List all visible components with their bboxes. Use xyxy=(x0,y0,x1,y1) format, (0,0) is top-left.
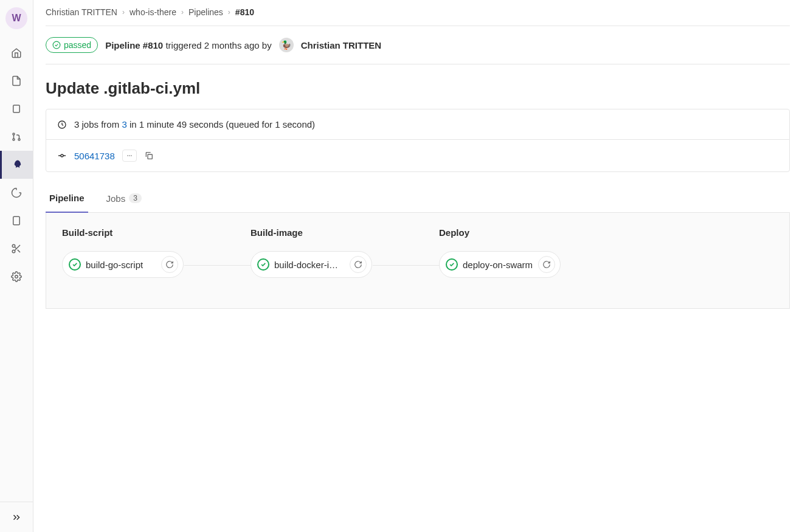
pipeline-header: passed Pipeline #810 triggered 2 months … xyxy=(46,26,790,64)
retry-button[interactable] xyxy=(161,256,178,273)
file-icon xyxy=(11,75,22,86)
commit-icon xyxy=(57,151,67,161)
chevron-right-icon: › xyxy=(228,8,230,16)
pipeline-stage: Deploy deploy-on-swarm xyxy=(439,227,561,278)
svg-rect-0 xyxy=(13,105,20,112)
stage-name: Build-image xyxy=(251,227,372,238)
tab-label: Pipeline xyxy=(49,193,85,203)
main-content: Christian TRITTEN › who-is-there › Pipel… xyxy=(33,0,802,532)
jobs-suffix: in 1 minute 49 seconds (queued for 1 sec… xyxy=(127,119,315,130)
nav-issues[interactable] xyxy=(0,95,33,123)
pipeline-info-card: 3 jobs from 3 in 1 minute 49 seconds (qu… xyxy=(46,109,790,172)
svg-point-10 xyxy=(61,154,63,157)
svg-rect-4 xyxy=(13,216,20,225)
tab-label: Jobs xyxy=(106,193,126,204)
nav-home[interactable] xyxy=(0,39,33,67)
job-label: build-go-script xyxy=(86,260,156,270)
check-circle-icon xyxy=(446,258,458,271)
tab-count-badge: 3 xyxy=(129,193,142,203)
nav-settings[interactable] xyxy=(0,263,33,291)
status-badge[interactable]: passed xyxy=(46,37,98,53)
breadcrumb-current: #810 xyxy=(235,7,254,17)
breadcrumb-item[interactable]: Christian TRITTEN xyxy=(46,7,117,17)
tabs: Pipeline Jobs 3 xyxy=(46,184,790,213)
retry-button[interactable] xyxy=(350,256,367,273)
merge-request-icon xyxy=(11,131,22,142)
chevron-right-icon: › xyxy=(122,8,125,16)
nav-operations[interactable] xyxy=(0,179,33,207)
clock-icon xyxy=(57,120,67,130)
pipeline-graph: Build-script build-go-script Build-image… xyxy=(46,213,790,309)
pipeline-trigger-info: Pipeline #810 triggered 2 months ago by xyxy=(105,40,272,50)
sidebar-collapse[interactable] xyxy=(0,502,33,532)
stage-connector xyxy=(373,265,440,266)
page-title: Update .gitlab-ci.yml xyxy=(46,64,790,109)
stage-name: Deploy xyxy=(439,227,561,238)
copy-sha-button[interactable] xyxy=(144,151,154,161)
stage-name: Build-script xyxy=(62,227,184,238)
job-pill[interactable]: deploy-on-swarm xyxy=(439,251,561,278)
jobs-info-row: 3 jobs from 3 in 1 minute 49 seconds (qu… xyxy=(46,109,789,139)
status-label: passed xyxy=(64,40,91,50)
trigger-text: triggered 2 months ago by xyxy=(163,40,271,50)
jobs-prefix: 3 jobs from xyxy=(74,119,122,130)
tab-pipeline[interactable]: Pipeline xyxy=(46,184,88,213)
breadcrumb: Christian TRITTEN › who-is-there › Pipel… xyxy=(46,7,790,26)
job-label: deploy-on-swarm xyxy=(463,260,533,270)
check-circle-icon xyxy=(257,258,269,271)
pipeline-id: Pipeline #810 xyxy=(105,40,163,50)
jobs-count-link[interactable]: 3 xyxy=(122,119,126,130)
svg-point-8 xyxy=(53,41,60,49)
pipeline-stage: Build-script build-go-script xyxy=(62,227,184,278)
svg-point-13 xyxy=(131,155,132,156)
stage-connector xyxy=(184,265,251,266)
check-circle-icon xyxy=(69,258,81,271)
nav-wiki[interactable] xyxy=(0,207,33,235)
svg-point-7 xyxy=(15,275,18,278)
retry-icon xyxy=(165,260,174,269)
commit-info-row: 50641738 xyxy=(46,139,789,171)
issues-icon xyxy=(11,103,22,114)
breadcrumb-item[interactable]: who-is-there xyxy=(130,7,176,17)
sidebar: W xyxy=(0,0,33,532)
commit-more-button[interactable] xyxy=(122,150,137,162)
operations-icon xyxy=(11,187,22,198)
tab-jobs[interactable]: Jobs 3 xyxy=(103,184,145,212)
svg-point-12 xyxy=(129,155,130,156)
svg-point-2 xyxy=(13,139,15,140)
svg-point-3 xyxy=(18,139,20,140)
svg-point-6 xyxy=(12,250,15,253)
scissors-icon xyxy=(11,243,22,254)
author-avatar[interactable]: 🦆 xyxy=(279,38,294,52)
book-icon xyxy=(11,215,22,226)
copy-icon xyxy=(144,151,154,161)
rocket-icon xyxy=(12,159,23,170)
svg-rect-14 xyxy=(148,154,152,159)
breadcrumb-item[interactable]: Pipelines xyxy=(188,7,223,17)
ellipsis-icon xyxy=(125,153,134,159)
job-label: build-docker-i… xyxy=(274,260,345,270)
job-pill[interactable]: build-docker-i… xyxy=(251,251,372,278)
retry-button[interactable] xyxy=(538,256,555,273)
home-icon xyxy=(11,47,22,58)
svg-point-1 xyxy=(13,133,15,135)
nav-merge-requests[interactable] xyxy=(0,123,33,151)
retry-icon xyxy=(542,260,551,269)
retry-icon xyxy=(354,260,362,269)
chevrons-right-icon xyxy=(11,512,22,523)
author-name[interactable]: Christian TRITTEN xyxy=(301,40,382,50)
commit-sha-link[interactable]: 50641738 xyxy=(74,151,115,161)
pipeline-stage: Build-image build-docker-i… xyxy=(251,227,372,278)
nav-repository[interactable] xyxy=(0,67,33,95)
nav-snippets[interactable] xyxy=(0,235,33,263)
svg-point-11 xyxy=(127,155,128,156)
jobs-text: 3 jobs from 3 in 1 minute 49 seconds (qu… xyxy=(74,119,315,130)
check-circle-icon xyxy=(52,41,61,49)
svg-point-5 xyxy=(12,244,15,247)
gear-icon xyxy=(11,271,22,282)
chevron-right-icon: › xyxy=(181,8,184,16)
nav-ci-cd[interactable] xyxy=(0,151,33,179)
project-avatar[interactable]: W xyxy=(5,7,27,29)
job-pill[interactable]: build-go-script xyxy=(62,251,184,278)
